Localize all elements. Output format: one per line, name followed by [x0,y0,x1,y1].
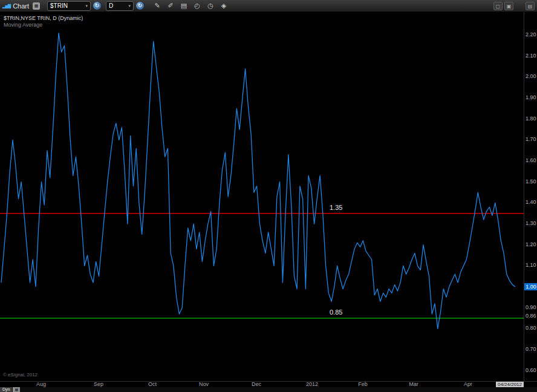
x-axis-label: Dec [252,382,261,387]
chart-title: $TRIN,NYSE TRIN, D (Dynamic) [4,15,83,21]
symbol-input[interactable]: $TRIN ▾ [47,1,91,11]
x-axis-label: Oct [148,382,157,387]
symbol-apply-icon[interactable]: ↻ [93,2,101,10]
y-axis-label: 1.40 [526,200,536,205]
layout-grid-icon[interactable]: ▦ [33,2,40,10]
y-axis-label: 1.80 [526,116,536,122]
y-axis-label: 0.70 [526,347,536,352]
y-axis-label: 2.20 [526,32,536,38]
layout-icon[interactable]: ▦ [13,387,20,392]
level-label: 1.35 [330,204,342,211]
chevron-down-icon: ▾ [129,4,131,8]
y-axis-label: 1.60 [526,158,536,163]
y-axis-label: 0.90 [526,305,536,310]
chart-plot-area[interactable]: $TRIN,NYSE TRIN, D (Dynamic) Moving Aver… [0,12,524,381]
x-axis-label: 2012 [306,382,318,387]
toolbar: ▂▅▇ Chart ▦ $TRIN ▾ ↻ D ▾ ↻ ✎ ✐ ▤ ◴ ◷ ◈ … [0,0,537,12]
y-axis-label: 0.80 [526,325,536,331]
y-axis-label: 2.00 [526,74,536,79]
x-axis-label: Sep [94,382,103,387]
y-axis-label: 0.60 [526,368,536,373]
x-axis-label: Aug [36,382,46,387]
clock-icon[interactable]: ◴ [192,1,202,10]
y-axis-label: 1.50 [526,179,536,185]
last-price-badge: 1.00 [524,283,537,290]
time-axis[interactable]: AugSepOctNovDec2012FebMarApr 04/24/2012 [0,381,537,387]
x-axis-label: Apr [464,382,472,387]
cursor-date-badge: 04/24/2012 [496,382,524,387]
y-axis-label: 1.30 [526,221,536,226]
x-axis-label: Mar [409,382,418,387]
chevron-down-icon: ▾ [86,4,88,8]
pie-icon[interactable]: ◷ [206,1,215,10]
esignal-chart-window: ▂▅▇ Chart ▦ $TRIN ▾ ↻ D ▾ ↻ ✎ ✐ ▤ ◴ ◷ ◈ … [0,0,537,392]
window-maximize-button[interactable]: ▣ [504,2,513,10]
chart-canvas [0,12,524,381]
marker-icon[interactable]: ✐ [166,1,175,10]
level-label: 0.85 [330,309,342,316]
drawing-tools: ✎ ✐ ▤ ◴ ◷ ◈ [152,1,229,10]
symbol-value: $TRIN [50,2,83,9]
dyn-mode-button[interactable]: Dyn [0,387,12,392]
interval-value: D [109,2,126,9]
y-axis-label: 1.10 [526,263,536,268]
level-axis-marker: 0.86 [526,313,536,319]
link-icon[interactable]: ◈ [219,1,229,10]
window-controls: ▢ ▣ [493,2,513,10]
price-line [1,33,515,329]
x-axis-label: Feb [358,382,368,387]
price-axis[interactable]: 2.202.102.001.901.801.701.601.501.401.30… [524,12,537,381]
window-restore-button[interactable]: ▢ [493,2,503,10]
y-axis-label: 1.70 [526,137,536,142]
status-bar: Dyn ▦ [0,387,537,392]
y-axis-label: 1.90 [526,95,536,100]
window-menu-button[interactable]: ▤ [526,2,535,10]
copyright-label: © eSignal, 2012 [3,372,37,377]
x-axis-label: Nov [199,382,209,387]
y-axis-label: 2.10 [526,53,536,59]
study-label[interactable]: Moving Average [4,22,42,28]
window-tab-label: Chart [13,2,29,10]
chart-window-icon: ▂▅▇ [2,2,10,10]
pencil-icon[interactable]: ✎ [152,1,162,10]
refresh-icon[interactable]: ↻ [136,2,144,10]
y-axis-label: 1.20 [526,242,536,247]
note-icon[interactable]: ▤ [179,1,189,10]
interval-select[interactable]: D ▾ [106,1,134,11]
